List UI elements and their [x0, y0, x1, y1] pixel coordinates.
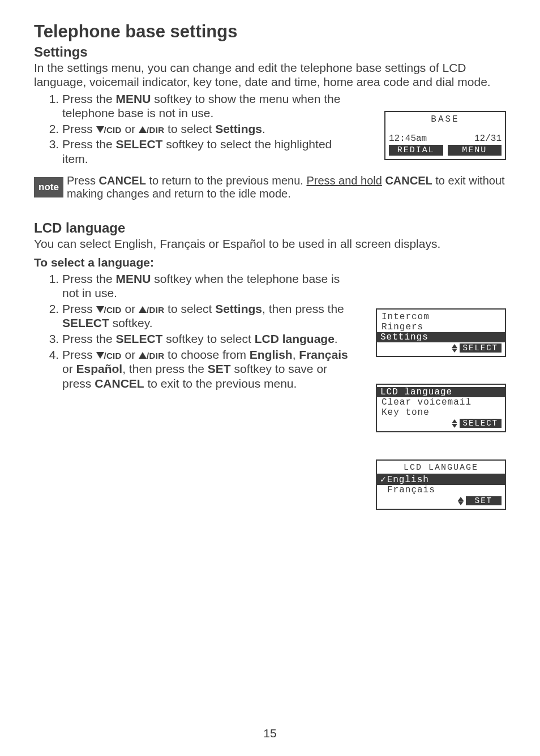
updown-arrow-icon: [452, 419, 457, 428]
to-select-language-subhead: To select a language:: [34, 256, 506, 269]
lcd-item-intercom: Intercom: [380, 312, 502, 322]
lcd-settings-menu: LCD language Clear voicemail Key tone SE…: [376, 384, 506, 432]
down-arrow-icon: [96, 352, 104, 359]
settings-step-3: Press the SELECT softkey to select the h…: [62, 137, 359, 166]
lcd-language-intro: You can select English, Français or Espa…: [34, 237, 506, 251]
lcd-softkey-redial: REDIAL: [389, 145, 443, 156]
lcd-softkey-menu: MENU: [448, 145, 502, 156]
lcd-item-ringers: Ringers: [380, 322, 502, 332]
down-arrow-icon: [96, 306, 104, 313]
lcd-language-menu: LCD LANGUAGE English Français SET: [376, 459, 506, 510]
page-title: Telephone base settings: [34, 22, 506, 42]
note-text: Press CANCEL to return to the previous m…: [67, 174, 506, 201]
lcd-item-settings-selected: Settings: [377, 332, 505, 342]
lcd-idle-date: 12/31: [474, 134, 502, 144]
lang-step-4: Press /CID or /DIR to choose from Englis…: [62, 347, 359, 391]
settings-step-1: Press the MENU softkey to show the menu …: [62, 92, 359, 121]
note-block: note Press CANCEL to return to the previ…: [34, 174, 506, 201]
down-arrow-icon: [96, 126, 104, 133]
lcd-main-menu: Intercom Ringers Settings SELECT: [376, 308, 506, 357]
up-arrow-icon: [139, 306, 147, 313]
lcd-item-key-tone: Key tone: [380, 407, 502, 418]
lang-step-2: Press /CID or /DIR to select Settings, t…: [62, 302, 359, 330]
section-heading-lcd-language: LCD language: [34, 220, 506, 236]
section-heading-settings: Settings: [34, 44, 506, 60]
language-steps: Press the MENU softkey when the telephon…: [34, 272, 359, 391]
lcd-item-clear-voicemail: Clear voicemail: [380, 397, 502, 407]
lcd-softkey-select: SELECT: [460, 419, 502, 428]
settings-steps: Press the MENU softkey to show the menu …: [34, 92, 359, 166]
up-arrow-icon: [139, 126, 147, 133]
updown-arrow-icon: [452, 344, 457, 353]
lcd-softkey-select: SELECT: [460, 343, 502, 353]
lcd-idle-screen: BASE 12:45am 12/31 REDIAL MENU: [384, 111, 506, 160]
lang-step-3: Press the SELECT softkey to select LCD l…: [62, 332, 359, 346]
settings-intro: In the settings menu, you can change and…: [34, 61, 506, 89]
lang-step-1: Press the MENU softkey when the telephon…: [62, 272, 359, 300]
note-badge: note: [34, 177, 63, 197]
up-arrow-icon: [139, 352, 147, 359]
page-number: 15: [0, 727, 540, 740]
lcd-idle-title: BASE: [389, 114, 502, 124]
lcd-item-lcd-language-selected: LCD language: [377, 387, 505, 397]
lcd-softkey-set: SET: [466, 496, 502, 505]
lcd-item-francais: Français: [380, 485, 502, 495]
settings-step-2: Press /CID or /DIR to select Settings.: [62, 122, 359, 136]
lcd-item-english-selected: English: [377, 474, 505, 485]
updown-arrow-icon: [458, 497, 464, 505]
lcd-language-title: LCD LANGUAGE: [380, 463, 502, 472]
lcd-idle-time: 12:45am: [389, 134, 427, 144]
